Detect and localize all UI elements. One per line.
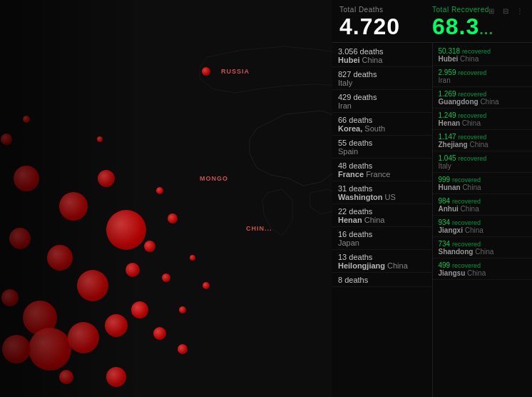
recovered-list: 50.318 recovered Hubei China 2.959 recov… [433, 43, 533, 397]
infection-bubble [98, 170, 115, 187]
recovered-count: 734 recovered [439, 240, 527, 248]
infection-bubble [179, 306, 186, 313]
infection-bubble [68, 322, 99, 353]
infection-bubble [59, 192, 88, 221]
infection-bubble [105, 314, 128, 337]
infection-bubble [131, 301, 148, 318]
death-list-item: 31 deaths Washington US [332, 181, 432, 204]
recovered-location: Zhejiang China [439, 141, 527, 149]
infection-bubble [126, 263, 140, 277]
death-count: 22 deaths [338, 207, 426, 216]
death-location: Henan China [338, 216, 426, 224]
recovered-location: Jiangsu China [439, 269, 527, 277]
infection-bubble [1, 134, 12, 145]
recovered-count: 2.959 recovered [439, 69, 527, 76]
infection-bubble [14, 166, 39, 191]
death-count: 31 deaths [338, 184, 426, 193]
lists-container: 3.056 deaths Hubei China 827 deaths Ital… [332, 43, 532, 397]
infection-bubble [9, 228, 31, 249]
infection-bubble [29, 328, 71, 371]
recovered-list-item: 1.269 recovered Guangdong China [433, 87, 533, 109]
infection-bubble [144, 241, 155, 252]
death-count: 3.056 deaths [338, 47, 426, 56]
death-list-item: 3.056 deaths Hubei China [332, 44, 432, 67]
death-location: Washington US [338, 193, 426, 201]
infection-bubble [190, 255, 195, 261]
infection-bubble [156, 187, 163, 194]
total-deaths-value: 4.720 [339, 15, 432, 38]
recovered-count: 1.269 recovered [439, 90, 527, 98]
stats-header: ⊞ ⊟ ⋮ Total Deaths 4.720 Total Recovered… [332, 0, 532, 43]
infection-bubble [106, 210, 146, 250]
layout-icon[interactable]: ⊟ [501, 6, 511, 16]
death-list-item: 22 deaths Henan China [332, 204, 432, 227]
infection-bubble [106, 367, 126, 387]
toolbar-icons: ⊞ ⊟ ⋮ [486, 6, 525, 16]
recovered-list-item: 984 recovered Anhui China [433, 194, 533, 216]
infection-bubble [203, 282, 210, 289]
death-list-item: 16 deaths Japan [332, 227, 432, 250]
recovered-count: 50.318 recovered [439, 47, 527, 55]
total-deaths-block: Total Deaths 4.720 [339, 6, 432, 38]
infection-bubble [2, 335, 31, 363]
recovered-location: Iran [439, 76, 527, 84]
death-location: Japan [338, 238, 426, 247]
recovered-count: 984 recovered [439, 197, 527, 205]
infection-bubble [1, 289, 19, 306]
right-panel: ⊞ ⊟ ⋮ Total Deaths 4.720 Total Recovered… [332, 0, 532, 397]
death-count: 16 deaths [338, 230, 426, 238]
death-list-item: 48 deaths France France [332, 159, 432, 181]
recovered-count: 1.249 recovered [439, 111, 527, 119]
death-count: 48 deaths [338, 161, 426, 170]
recovered-location: Hubei China [439, 55, 527, 63]
total-deaths-label: Total Deaths [339, 6, 432, 14]
deaths-list: 3.056 deaths Hubei China 827 deaths Ital… [332, 43, 433, 397]
recovered-location: Guangdong China [439, 98, 527, 106]
recovered-count: 499 recovered [439, 261, 527, 269]
infection-bubble [153, 327, 166, 340]
recovered-location: Hunan China [439, 184, 527, 191]
infection-bubble [97, 136, 103, 142]
total-recovered-value: 68.3... [432, 15, 525, 38]
recovered-location: Anhui China [439, 205, 527, 213]
dots-icon[interactable]: ⋮ [515, 6, 525, 16]
death-count: 66 deaths [338, 116, 426, 124]
recovered-location: Italy [439, 162, 527, 170]
recovered-location: Henan China [439, 119, 527, 127]
death-location: Hubei China [338, 56, 426, 64]
infection-bubble [59, 370, 73, 384]
death-list-item: 13 deaths Heilongjiang China [332, 250, 432, 273]
death-count: 55 deaths [338, 139, 426, 147]
recovered-list-item: 999 recovered Hunan China [433, 173, 533, 194]
infection-bubble [47, 245, 73, 271]
recovered-list-item: 1.147 recovered Zhejiang China [433, 130, 533, 151]
recovered-list-item: 499 recovered Jiangsu China [433, 258, 533, 280]
death-count: 13 deaths [338, 253, 426, 261]
recovered-list-item: 1.045 recovered Italy [433, 151, 533, 173]
death-list-item: 429 deaths Iran [332, 90, 432, 113]
recovered-list-item: 934 recovered Jiangxi China [433, 216, 533, 237]
recovered-list-item: 2.959 recovered Iran [433, 66, 533, 87]
infection-bubble [202, 67, 210, 76]
infection-bubble [77, 270, 108, 301]
infection-bubble [168, 213, 178, 223]
infection-bubble [23, 116, 30, 123]
grid-icon[interactable]: ⊞ [486, 6, 496, 16]
recovered-count: 999 recovered [439, 176, 527, 184]
death-location: France France [338, 170, 426, 179]
recovered-count: 934 recovered [439, 218, 527, 226]
death-location: Korea, South [338, 124, 426, 133]
death-count: 827 deaths [338, 70, 426, 79]
death-list-item: 8 deaths [332, 273, 432, 287]
infection-bubble [178, 344, 188, 354]
death-location: Italy [338, 79, 426, 87]
recovered-list-item: 50.318 recovered Hubei China [433, 44, 533, 66]
recovered-location: Shandong China [439, 248, 527, 256]
infection-bubble [162, 273, 170, 282]
death-count: 429 deaths [338, 93, 426, 101]
death-location: Spain [338, 147, 426, 156]
recovered-location: Jiangxi China [439, 226, 527, 234]
death-list-item: 827 deaths Italy [332, 67, 432, 90]
recovered-list-item: 734 recovered Shandong China [433, 237, 533, 258]
death-location: Iran [338, 101, 426, 110]
